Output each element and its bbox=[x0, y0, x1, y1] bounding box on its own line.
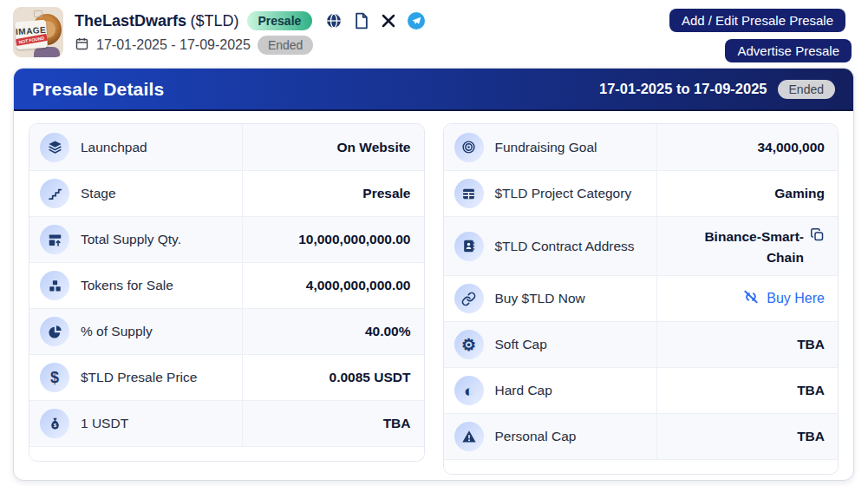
contrast-icon: ◐ bbox=[454, 376, 484, 405]
stairs-icon bbox=[40, 179, 69, 208]
table-footer bbox=[444, 459, 839, 474]
row-label: Buy $TLD Now bbox=[495, 291, 585, 306]
row-label: Total Supply Qty. bbox=[81, 232, 181, 247]
table-row: Stage Presale bbox=[29, 170, 424, 216]
globe-icon[interactable] bbox=[325, 12, 343, 30]
page-title: TheLastDwarfs ($TLD) bbox=[75, 12, 239, 30]
table-row: $ $TLD Presale Price 0.0085 USDT bbox=[29, 354, 424, 400]
row-value: TBA bbox=[797, 383, 825, 398]
row-label: Stage bbox=[81, 186, 116, 201]
table-row: Launchpad On Website bbox=[29, 124, 424, 170]
panel-title: Presale Details bbox=[32, 79, 164, 100]
presale-date-range: 17-01-2025 - 17-09-2025 bbox=[96, 37, 251, 53]
advertise-presale-button[interactable]: Advertise Presale bbox=[725, 39, 852, 62]
left-info-table: Launchpad On Website Stage Presale bbox=[29, 123, 425, 462]
x-twitter-icon[interactable] bbox=[381, 13, 396, 29]
row-label: Hard Cap bbox=[495, 383, 552, 398]
telegram-icon[interactable] bbox=[408, 12, 425, 30]
row-label: $TLD Project Category bbox=[495, 186, 632, 201]
broken-image-icon bbox=[34, 10, 42, 17]
table-row: ⚙ Soft Cap TBA bbox=[444, 321, 839, 367]
row-label: 1 USDT bbox=[81, 416, 128, 431]
presale-details-banner: Presale Details 17-01-2025 to 17-09-2025… bbox=[14, 69, 853, 111]
row-label: Fundraising Goal bbox=[495, 140, 597, 155]
target-icon bbox=[454, 133, 484, 162]
row-label: % of Supply bbox=[81, 324, 153, 339]
right-info-table: Fundraising Goal 34,000,000 $TLD Project bbox=[443, 123, 839, 475]
copy-icon[interactable] bbox=[810, 227, 825, 242]
row-label: Personal Cap bbox=[495, 429, 577, 444]
table-row: Buy $TLD Now Buy Here bbox=[444, 275, 839, 321]
row-value: TBA bbox=[383, 416, 411, 431]
table-footer bbox=[29, 446, 424, 461]
table-row: $TLD Contract Address Binance-Smart-Chai… bbox=[444, 216, 839, 275]
row-value: 40.00% bbox=[365, 324, 411, 339]
table-row: Total Supply Qty. 10,000,000,000.00 bbox=[29, 216, 424, 262]
grid-icon bbox=[454, 179, 484, 208]
row-value: Presale bbox=[362, 186, 410, 201]
warning-icon bbox=[454, 422, 484, 451]
link-slash-icon bbox=[742, 288, 760, 309]
pie-chart-icon bbox=[40, 317, 69, 346]
contract-chain-value: Binance-Smart-Chain bbox=[693, 227, 804, 268]
boxes-icon bbox=[40, 271, 69, 300]
presale-details-card: Presale Details 17-01-2025 to 17-09-2025… bbox=[13, 68, 854, 481]
row-value: 10,000,000,000.00 bbox=[298, 232, 410, 247]
warehouse-icon bbox=[40, 225, 69, 254]
table-row: Personal Cap TBA bbox=[444, 413, 839, 459]
row-value: TBA bbox=[797, 429, 825, 444]
table-row: $ 1 USDT TBA bbox=[29, 400, 424, 446]
banner-ended-badge: Ended bbox=[778, 80, 835, 99]
table-row: % of Supply 40.00% bbox=[29, 308, 424, 354]
row-value: Gaming bbox=[774, 186, 825, 201]
add-edit-presale-button[interactable]: Add / Edit Presale Presale bbox=[669, 9, 845, 32]
banner-date-range: 17-01-2025 to 17-09-2025 bbox=[599, 81, 767, 97]
row-label: Tokens for Sale bbox=[81, 278, 173, 293]
row-label: Soft Cap bbox=[495, 337, 547, 352]
gear-icon: ⚙ bbox=[454, 330, 484, 359]
project-logo: IMAGE NOT FOUND bbox=[13, 7, 63, 57]
row-value: On Website bbox=[337, 140, 411, 155]
table-row: Fundraising Goal 34,000,000 bbox=[444, 124, 839, 170]
address-book-icon bbox=[454, 232, 484, 261]
table-row: ◐ Hard Cap TBA bbox=[444, 367, 839, 413]
image-not-found-placeholder: IMAGE NOT FOUND bbox=[15, 20, 48, 49]
table-row: $TLD Project Category Gaming bbox=[444, 170, 839, 216]
calendar-icon bbox=[75, 36, 89, 55]
row-label: Launchpad bbox=[81, 140, 147, 155]
row-label: $TLD Presale Price bbox=[81, 370, 197, 385]
buy-here-label: Buy Here bbox=[767, 291, 825, 306]
layers-icon bbox=[40, 133, 69, 162]
row-value: 0.0085 USDT bbox=[330, 370, 411, 385]
row-label: $TLD Contract Address bbox=[495, 239, 635, 254]
presale-status-badge: Presale bbox=[247, 11, 313, 30]
buy-here-link[interactable]: Buy Here bbox=[742, 288, 825, 309]
link-icon bbox=[454, 284, 484, 313]
dollar-icon: $ bbox=[40, 363, 69, 392]
row-value: 34,000,000 bbox=[757, 140, 825, 155]
table-row: Tokens for Sale 4,000,000,000.00 bbox=[29, 262, 424, 308]
document-icon[interactable] bbox=[354, 12, 369, 30]
money-bag-icon: $ bbox=[40, 409, 69, 438]
row-value: 4,000,000,000.00 bbox=[306, 278, 411, 293]
ended-badge: Ended bbox=[258, 36, 313, 55]
page-header: IMAGE NOT FOUND TheLastDwarfs ($TLD) Pre… bbox=[0, 0, 868, 57]
row-value: TBA bbox=[797, 337, 825, 352]
